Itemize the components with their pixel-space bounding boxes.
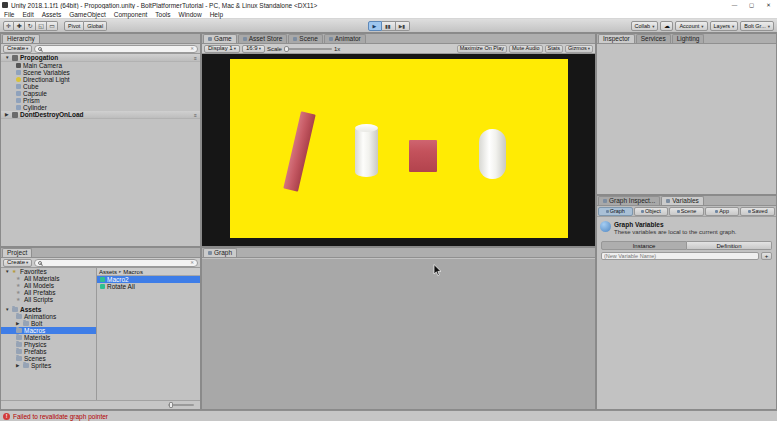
clear-search-icon[interactable]: ✕ bbox=[190, 46, 194, 51]
tab-project[interactable]: Project bbox=[2, 248, 32, 257]
menu-gameobject[interactable]: GameObject bbox=[65, 10, 110, 18]
slider-knob[interactable] bbox=[169, 402, 173, 408]
menu-assets[interactable]: Assets bbox=[38, 10, 66, 18]
stats-button[interactable]: Stats bbox=[545, 45, 564, 53]
maximize-on-play-button[interactable]: Maximize On Play bbox=[457, 45, 507, 53]
menu-edit[interactable]: Edit bbox=[18, 10, 37, 18]
add-variable-button[interactable]: + bbox=[761, 252, 772, 260]
hierarchy-item-cylinder[interactable]: Cylinder bbox=[1, 104, 200, 111]
file-rotate-all[interactable]: Rotate All bbox=[97, 283, 200, 290]
play-button[interactable]: ▶ bbox=[368, 21, 382, 31]
folder-sprites[interactable]: ▶ Sprites bbox=[1, 362, 96, 369]
game-render-area[interactable] bbox=[202, 54, 595, 246]
minimize-button[interactable]: — bbox=[726, 0, 743, 10]
mute-audio-button[interactable]: Mute Audio bbox=[509, 45, 543, 53]
foldout-closed-icon[interactable]: ▶ bbox=[16, 363, 21, 368]
foldout-open-icon[interactable]: ▼ bbox=[5, 55, 10, 60]
scale-slider-knob[interactable] bbox=[284, 46, 289, 52]
tab-services[interactable]: Services bbox=[636, 34, 671, 43]
foldout-closed-icon[interactable]: ▶ bbox=[16, 321, 21, 326]
subtab-scene[interactable]: Scene bbox=[669, 207, 704, 216]
menu-file[interactable]: File bbox=[0, 10, 18, 18]
hierarchy-dontdestroyonload-row[interactable]: ▶ DontDestroyOnLoad ≡ bbox=[1, 111, 200, 119]
thumbnail-size-slider[interactable] bbox=[168, 404, 194, 406]
hierarchy-item-capsule[interactable]: Capsule bbox=[1, 90, 200, 97]
assets-root[interactable]: ▼ Assets bbox=[1, 306, 96, 313]
tab-animator[interactable]: Animator bbox=[324, 34, 366, 43]
hierarchy-item-cube[interactable]: Cube bbox=[1, 83, 200, 90]
tab-graph-inspector[interactable]: Graph Inspect... bbox=[598, 196, 660, 205]
collab-dropdown[interactable]: Collab ▾ bbox=[631, 21, 659, 31]
layers-dropdown[interactable]: Layers ▾ bbox=[710, 21, 739, 31]
rotate-tool-icon[interactable]: ↻ bbox=[25, 21, 36, 31]
menu-tools[interactable]: Tools bbox=[151, 10, 174, 18]
hierarchy-scene-row[interactable]: ▼ Propogation ≡ bbox=[1, 54, 200, 62]
tab-lighting[interactable]: Lighting bbox=[672, 34, 705, 43]
subtab-saved[interactable]: Saved bbox=[740, 207, 775, 216]
maximize-button[interactable]: ▢ bbox=[743, 0, 760, 10]
gizmos-dropdown[interactable]: Gizmos ▾ bbox=[565, 45, 593, 53]
folder-physics[interactable]: Physics bbox=[1, 341, 96, 348]
aspect-ratio-dropdown[interactable]: 16:9 ▾ bbox=[242, 45, 265, 53]
tab-hierarchy[interactable]: Hierarchy bbox=[2, 34, 40, 43]
project-create-button[interactable]: Create ▾ bbox=[3, 259, 32, 267]
foldout-open-icon[interactable]: ▼ bbox=[5, 269, 10, 274]
hierarchy-create-button[interactable]: Create ▾ bbox=[3, 45, 32, 53]
hierarchy-search-input[interactable]: ✕ bbox=[34, 45, 198, 53]
clear-search-icon[interactable]: ✕ bbox=[190, 260, 194, 265]
tab-inspector[interactable]: Inspector bbox=[598, 34, 635, 43]
folder-materials[interactable]: Materials bbox=[1, 334, 96, 341]
new-variable-input[interactable] bbox=[601, 252, 759, 260]
global-toggle-button[interactable]: Global bbox=[84, 21, 107, 31]
move-tool-icon[interactable]: ✚ bbox=[14, 21, 25, 31]
subtab-app[interactable]: App bbox=[705, 207, 740, 216]
cloud-services-button[interactable]: ☁ bbox=[660, 21, 673, 31]
tab-asset-store[interactable]: Asset Store bbox=[238, 34, 288, 43]
pivot-toggle-button[interactable]: Pivot bbox=[64, 21, 84, 31]
graph-canvas[interactable] bbox=[202, 259, 595, 409]
hierarchy-item-prism[interactable]: Prism bbox=[1, 97, 200, 104]
breadcrumb-assets[interactable]: Assets bbox=[99, 269, 117, 275]
layout-dropdown[interactable]: Bolt Gr... ▾ bbox=[740, 21, 774, 31]
menu-help[interactable]: Help bbox=[206, 10, 227, 18]
menu-window[interactable]: Window bbox=[175, 10, 206, 18]
definition-tab[interactable]: Definition bbox=[687, 241, 772, 250]
hierarchy-item-scene-variables[interactable]: Scene Variables bbox=[1, 69, 200, 76]
subtab-graph[interactable]: Graph bbox=[598, 207, 633, 216]
tab-variables[interactable]: Variables bbox=[661, 196, 704, 205]
tab-graph[interactable]: Graph bbox=[203, 248, 237, 257]
status-bar[interactable]: ! Failed to revalidate graph pointer bbox=[0, 410, 777, 421]
pause-button[interactable]: ▮▮ bbox=[382, 21, 396, 31]
project-search-input[interactable]: ✕ bbox=[34, 259, 198, 267]
instance-tab[interactable]: Instance bbox=[601, 241, 687, 250]
hierarchy-item-main-camera[interactable]: Main Camera bbox=[1, 62, 200, 69]
hierarchy-search-field[interactable] bbox=[44, 45, 188, 52]
favorite-all-models[interactable]: ★ All Models bbox=[1, 282, 96, 289]
scale-tool-icon[interactable]: ◱ bbox=[36, 21, 47, 31]
menu-component[interactable]: Component bbox=[110, 10, 152, 18]
folder-prefabs[interactable]: Prefabs bbox=[1, 348, 96, 355]
subtab-object[interactable]: Object bbox=[634, 207, 669, 216]
tab-game[interactable]: Game bbox=[203, 34, 237, 43]
folder-macros[interactable]: Macros bbox=[1, 327, 96, 334]
favorites-root[interactable]: ▼ ★ Favorites bbox=[1, 268, 96, 275]
close-button[interactable]: ✕ bbox=[760, 0, 777, 10]
foldout-closed-icon[interactable]: ▶ bbox=[5, 112, 10, 117]
breadcrumb-macros[interactable]: Macros bbox=[123, 269, 143, 275]
hierarchy-item-directional-light[interactable]: Directional Light bbox=[1, 76, 200, 83]
account-dropdown[interactable]: Account ▾ bbox=[675, 21, 707, 31]
scene-menu-icon[interactable]: ≡ bbox=[194, 55, 197, 61]
hand-tool-icon[interactable]: ✛ bbox=[3, 21, 14, 31]
scene-menu-icon[interactable]: ≡ bbox=[194, 112, 197, 118]
display-dropdown[interactable]: Display 1 ▾ bbox=[204, 45, 240, 53]
favorite-all-materials[interactable]: ★ All Materials bbox=[1, 275, 96, 282]
foldout-open-icon[interactable]: ▼ bbox=[5, 307, 10, 312]
project-search-field[interactable] bbox=[44, 259, 188, 266]
scale-slider[interactable] bbox=[284, 48, 332, 50]
favorite-all-scripts[interactable]: ★ All Scripts bbox=[1, 296, 96, 303]
rect-tool-icon[interactable]: ▭ bbox=[47, 21, 58, 31]
folder-scenes[interactable]: Scenes bbox=[1, 355, 96, 362]
folder-animations[interactable]: Animations bbox=[1, 313, 96, 320]
tab-scene[interactable]: Scene bbox=[288, 34, 322, 43]
step-button[interactable]: ▶▮ bbox=[396, 21, 410, 31]
